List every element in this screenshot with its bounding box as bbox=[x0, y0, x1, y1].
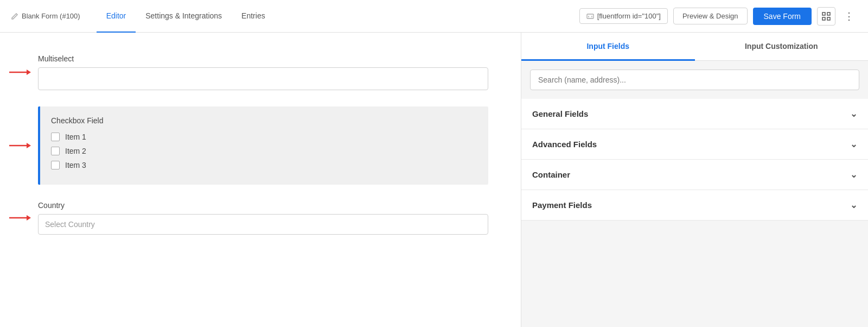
preview-button[interactable]: Preview & Design bbox=[673, 8, 748, 24]
edit-icon bbox=[11, 12, 18, 20]
checkbox-box-1[interactable] bbox=[51, 133, 60, 141]
tab-input-customization[interactable]: Input Customization bbox=[695, 33, 869, 61]
arrow-multiselect bbox=[8, 67, 31, 78]
checkbox-box-2[interactable] bbox=[51, 147, 60, 155]
checkbox-box-3[interactable] bbox=[51, 161, 60, 169]
chevron-general-icon: ⌄ bbox=[850, 109, 857, 119]
expand-icon bbox=[822, 12, 831, 21]
shortcode-icon bbox=[586, 12, 594, 20]
nav-tabs: Editor Settings & Integrations Entries bbox=[97, 0, 275, 33]
accordion-payment: Payment Fields ⌄ bbox=[521, 190, 868, 221]
tab-input-fields[interactable]: Input Fields bbox=[521, 33, 695, 61]
right-panel: Input Fields Input Customization General… bbox=[521, 33, 868, 327]
search-input-wrap bbox=[530, 70, 859, 90]
chevron-container-icon: ⌄ bbox=[850, 169, 857, 180]
arrow-country bbox=[8, 212, 31, 223]
panel-tabs: Input Fields Input Customization bbox=[521, 33, 868, 61]
svg-marker-10 bbox=[27, 143, 31, 148]
chevron-advanced-icon: ⌄ bbox=[850, 139, 857, 149]
red-arrow-icon bbox=[8, 67, 31, 78]
checkbox-field-block: Checkbox Field Item 1 Item 2 Item 3 bbox=[38, 106, 488, 185]
shortcode-button[interactable]: [fluentform id="100"] bbox=[579, 8, 668, 24]
top-nav: Blank Form (#100) Editor Settings & Inte… bbox=[0, 0, 868, 33]
main-layout: Multiselect Checkbox Field Item 1 bbox=[0, 33, 868, 327]
accordion-container-header[interactable]: Container ⌄ bbox=[521, 160, 868, 190]
checkbox-item-3: Item 3 bbox=[51, 161, 477, 169]
shortcode-label: [fluentform id="100"] bbox=[597, 12, 661, 20]
brand-label: Blank Form (#100) bbox=[22, 12, 80, 20]
svg-rect-5 bbox=[822, 17, 825, 20]
svg-rect-6 bbox=[827, 17, 830, 20]
country-field: Country Select Country bbox=[33, 201, 488, 235]
svg-rect-4 bbox=[827, 12, 830, 15]
accordion-general: General Fields ⌄ bbox=[521, 99, 868, 129]
checkbox-field-wrapper: Checkbox Field Item 1 Item 2 Item 3 bbox=[33, 106, 488, 185]
tab-entries[interactable]: Entries bbox=[232, 1, 275, 33]
multiselect-input[interactable] bbox=[38, 67, 488, 90]
svg-marker-12 bbox=[27, 215, 31, 221]
accordion-advanced-header[interactable]: Advanced Fields ⌄ bbox=[521, 129, 868, 159]
accordion-advanced: Advanced Fields ⌄ bbox=[521, 129, 868, 160]
country-label: Country bbox=[38, 201, 488, 210]
more-options-button[interactable]: ⋮ bbox=[841, 8, 857, 24]
nav-brand[interactable]: Blank Form (#100) bbox=[11, 12, 80, 20]
accordion-list: General Fields ⌄ Advanced Fields ⌄ Conta… bbox=[521, 99, 868, 221]
nav-right: [fluentform id="100"] Preview & Design S… bbox=[579, 7, 857, 26]
expand-button[interactable] bbox=[817, 7, 835, 26]
panel-search bbox=[521, 61, 868, 99]
red-arrow-country-icon bbox=[8, 212, 31, 223]
svg-rect-3 bbox=[822, 12, 825, 15]
svg-marker-8 bbox=[27, 70, 31, 75]
checkbox-item-1: Item 1 bbox=[51, 133, 477, 141]
search-input[interactable] bbox=[530, 70, 859, 90]
svg-rect-0 bbox=[587, 14, 593, 18]
tab-settings[interactable]: Settings & Integrations bbox=[136, 1, 232, 33]
save-button[interactable]: Save Form bbox=[753, 8, 812, 25]
arrow-checkbox bbox=[8, 140, 31, 151]
editor-area: Multiselect Checkbox Field Item 1 bbox=[0, 33, 521, 327]
country-select[interactable]: Select Country bbox=[38, 214, 488, 235]
multiselect-label: Multiselect bbox=[38, 54, 488, 63]
accordion-payment-header[interactable]: Payment Fields ⌄ bbox=[521, 190, 868, 220]
red-arrow-checkbox-icon bbox=[8, 140, 31, 151]
chevron-payment-icon: ⌄ bbox=[850, 200, 857, 210]
tab-editor[interactable]: Editor bbox=[97, 1, 136, 33]
checkbox-item-2: Item 2 bbox=[51, 147, 477, 155]
checkbox-field-title: Checkbox Field bbox=[51, 116, 477, 125]
accordion-container: Container ⌄ bbox=[521, 160, 868, 190]
multiselect-field: Multiselect bbox=[33, 54, 488, 90]
accordion-general-header[interactable]: General Fields ⌄ bbox=[521, 99, 868, 129]
